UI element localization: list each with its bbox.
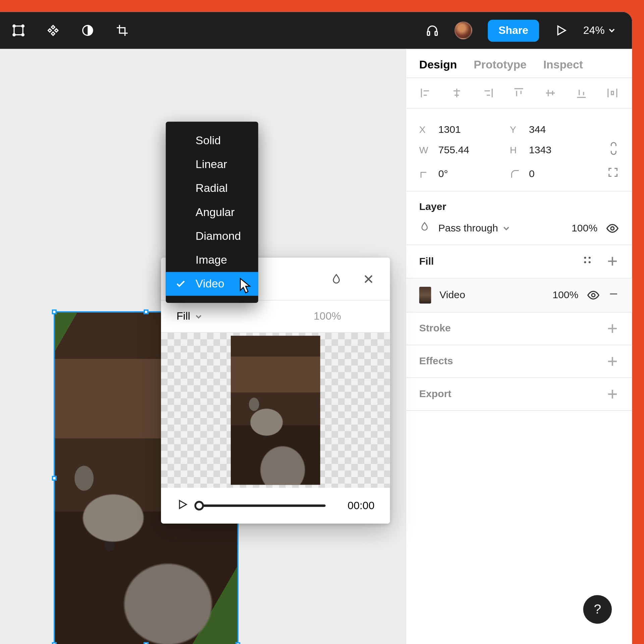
resize-handle[interactable]: [144, 642, 148, 644]
svg-point-1: [13, 25, 15, 27]
fill-preview-area[interactable]: [161, 333, 390, 488]
crop-tool-icon[interactable]: [116, 24, 129, 37]
align-right-icon[interactable]: [481, 87, 494, 100]
align-bottom-icon[interactable]: [575, 87, 588, 100]
svg-rect-7: [435, 32, 437, 35]
svg-point-3: [13, 34, 15, 36]
blend-droplet-icon[interactable]: [330, 273, 342, 285]
svg-point-9: [611, 226, 614, 230]
blend-mode-dropdown[interactable]: Pass through: [438, 222, 510, 234]
layer-heading: Layer: [419, 201, 619, 213]
visibility-eye-icon[interactable]: [587, 288, 600, 302]
tab-inspect[interactable]: Inspect: [543, 58, 583, 71]
svg-point-4: [22, 34, 24, 36]
add-export-icon[interactable]: [606, 388, 619, 401]
menu-item-diamond[interactable]: Diamond: [166, 224, 258, 248]
value-h[interactable]: 1343: [529, 144, 595, 156]
svg-rect-6: [427, 32, 430, 35]
resize-handle[interactable]: [52, 642, 57, 644]
corner-radius-icon: [510, 168, 523, 179]
menu-item-linear[interactable]: Linear: [166, 153, 258, 176]
chevron-down-icon: [608, 27, 615, 34]
styles-four-dots-icon[interactable]: [582, 255, 593, 268]
svg-point-10: [584, 257, 586, 259]
menu-item-angular[interactable]: Angular: [166, 200, 258, 224]
menu-item-image[interactable]: Image: [166, 248, 258, 272]
video-scrubber[interactable]: [199, 504, 326, 507]
align-tools-row: [406, 78, 632, 109]
user-avatar[interactable]: [454, 21, 472, 39]
fill-item-row[interactable]: Video 100%: [406, 278, 632, 312]
independent-corners-icon[interactable]: [607, 166, 619, 181]
align-vcenter-icon[interactable]: [544, 87, 557, 100]
zoom-dropdown[interactable]: 24%: [583, 24, 620, 37]
properties-panel: Design Prototype Inspect X 1301: [406, 49, 632, 644]
rotation-icon: [419, 168, 432, 179]
value-rotation[interactable]: 0°: [438, 168, 504, 180]
mask-contrast-icon[interactable]: [81, 24, 94, 37]
align-left-icon[interactable]: [419, 87, 432, 100]
menu-item-video[interactable]: Video: [166, 272, 258, 296]
components-icon[interactable]: [47, 24, 60, 37]
share-button[interactable]: Share: [488, 19, 539, 42]
distribute-icon[interactable]: [606, 87, 619, 100]
fill-opacity-value[interactable]: 100%: [314, 310, 341, 322]
fill-type-menu: Solid Linear Radial Angular Diamond Imag…: [166, 122, 258, 303]
fill-thumbnail[interactable]: [419, 287, 431, 304]
stroke-section: Stroke: [406, 313, 632, 345]
svg-point-11: [589, 257, 591, 259]
help-button[interactable]: ?: [583, 595, 612, 624]
fill-item-label: Video: [439, 289, 465, 301]
label-y: Y: [510, 125, 523, 136]
svg-point-14: [592, 293, 595, 297]
chevron-down-icon: [195, 313, 202, 320]
transform-section: X 1301 Y 344 W 755.44 H 1343: [406, 109, 632, 192]
align-top-icon[interactable]: [513, 87, 526, 100]
fill-mode-dropdown[interactable]: Fill: [176, 310, 202, 322]
svg-point-2: [22, 25, 24, 27]
play-present-icon[interactable]: [554, 24, 568, 37]
tab-prototype[interactable]: Prototype: [474, 58, 527, 71]
toolbar: Share 24%: [0, 12, 632, 49]
export-section: Export: [406, 378, 632, 411]
fill-item-opacity[interactable]: 100%: [552, 289, 578, 301]
check-icon: [175, 278, 186, 289]
value-w[interactable]: 755.44: [438, 144, 504, 156]
close-icon[interactable]: [363, 273, 375, 285]
resize-handle[interactable]: [52, 476, 57, 481]
add-stroke-icon[interactable]: [606, 322, 619, 335]
app-window: Share 24%: [0, 12, 632, 644]
value-y[interactable]: 344: [529, 124, 595, 136]
resize-handle[interactable]: [235, 642, 240, 644]
constrain-proportions-icon[interactable]: [608, 142, 619, 158]
add-effect-icon[interactable]: [606, 355, 619, 368]
tab-design[interactable]: Design: [419, 58, 457, 71]
menu-item-radial[interactable]: Radial: [166, 176, 258, 200]
scrubber-thumb[interactable]: [195, 501, 204, 510]
label-w: W: [419, 145, 432, 155]
video-time: 00:00: [336, 499, 375, 512]
remove-fill-icon[interactable]: [608, 288, 619, 302]
label-x: X: [419, 125, 432, 136]
blend-droplet-icon: [419, 221, 430, 235]
svg-point-13: [589, 261, 591, 263]
layer-section: Layer Pass through 100%: [406, 192, 632, 245]
label-h: H: [510, 145, 523, 155]
layer-opacity-value[interactable]: 100%: [572, 222, 597, 234]
canvas[interactable]: 755.44 × 1343 · Video Fill: [0, 49, 406, 644]
svg-point-12: [584, 261, 586, 263]
add-fill-icon[interactable]: [606, 255, 619, 268]
play-icon[interactable]: [176, 498, 189, 513]
frame-tool-icon[interactable]: [12, 24, 25, 37]
value-x[interactable]: 1301: [438, 124, 504, 136]
zoom-value: 24%: [583, 24, 605, 37]
visibility-eye-icon[interactable]: [606, 221, 619, 234]
align-hcenter-icon[interactable]: [450, 87, 464, 100]
resize-handle[interactable]: [144, 310, 148, 314]
effects-section: Effects: [406, 345, 632, 378]
chevron-down-icon: [503, 224, 510, 231]
menu-item-solid[interactable]: Solid: [166, 129, 258, 153]
audio-headphones-icon[interactable]: [426, 24, 439, 37]
value-radius[interactable]: 0: [529, 168, 595, 180]
resize-handle[interactable]: [52, 310, 57, 314]
